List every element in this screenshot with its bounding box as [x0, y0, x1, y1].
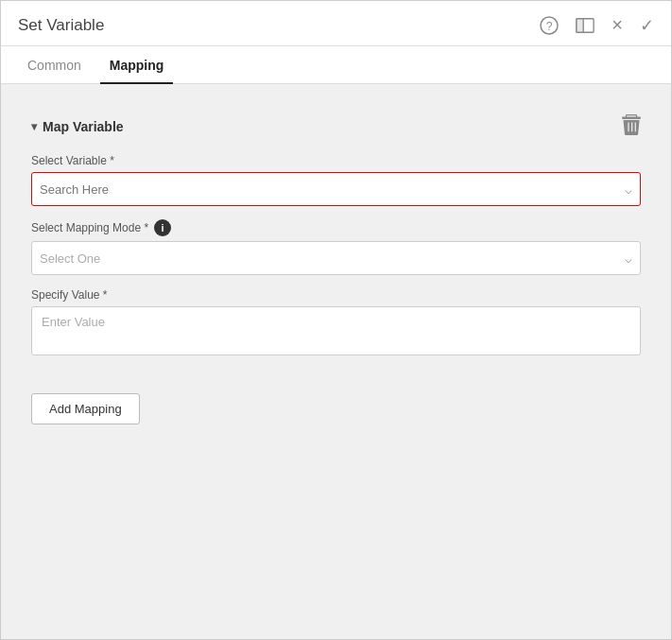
search-here-input[interactable]	[40, 182, 625, 197]
select-mapping-mode-label: Select Mapping Mode * i	[31, 219, 641, 236]
map-variable-title: ▾ Map Variable	[31, 119, 124, 134]
select-mapping-mode-group: Select Mapping Mode * i Select One ⌵	[31, 219, 641, 275]
chevron-down-icon: ⌵	[625, 251, 632, 266]
select-variable-dropdown[interactable]: ⌵	[31, 172, 641, 206]
select-mapping-mode-dropdown[interactable]: Select One ⌵	[31, 241, 641, 275]
tab-mapping[interactable]: Mapping	[100, 46, 174, 84]
add-mapping-button[interactable]: Add Mapping	[31, 393, 140, 424]
svg-text:?: ?	[546, 20, 553, 33]
dialog-header: Set Variable ? × ✓	[1, 1, 671, 46]
specify-value-group: Specify Value *	[31, 288, 641, 359]
mapping-card-header: ▾ Map Variable	[31, 114, 641, 139]
select-variable-group: Select Variable * ⌵	[31, 154, 641, 206]
header-icons: ? × ✓	[540, 14, 654, 36]
dialog-title: Set Variable	[18, 16, 104, 35]
select-one-placeholder: Select One	[40, 251, 625, 266]
specify-value-label: Specify Value *	[31, 288, 641, 302]
close-icon[interactable]: ×	[612, 14, 623, 36]
tabs-bar: Common Mapping	[1, 46, 671, 84]
mapping-card: ▾ Map Variable Select Variable * ⌵	[18, 101, 654, 443]
select-variable-label: Select Variable *	[31, 154, 641, 167]
dialog-body: ▾ Map Variable Select Variable * ⌵	[1, 84, 671, 639]
map-variable-label: Map Variable	[43, 119, 124, 134]
specify-value-input[interactable]	[31, 306, 641, 355]
help-icon[interactable]: ?	[540, 16, 559, 35]
set-variable-dialog: Set Variable ? × ✓ Common	[0, 0, 672, 640]
chevron-down-icon: ⌵	[625, 182, 632, 197]
svg-rect-3	[577, 18, 583, 32]
trash-svg	[622, 114, 641, 135]
frame-icon[interactable]	[576, 17, 594, 34]
tab-common[interactable]: Common	[18, 46, 91, 84]
chevron-down-icon: ▾	[31, 120, 37, 133]
info-icon[interactable]: i	[154, 219, 171, 236]
delete-mapping-icon[interactable]	[622, 114, 641, 139]
confirm-icon[interactable]: ✓	[640, 15, 654, 36]
